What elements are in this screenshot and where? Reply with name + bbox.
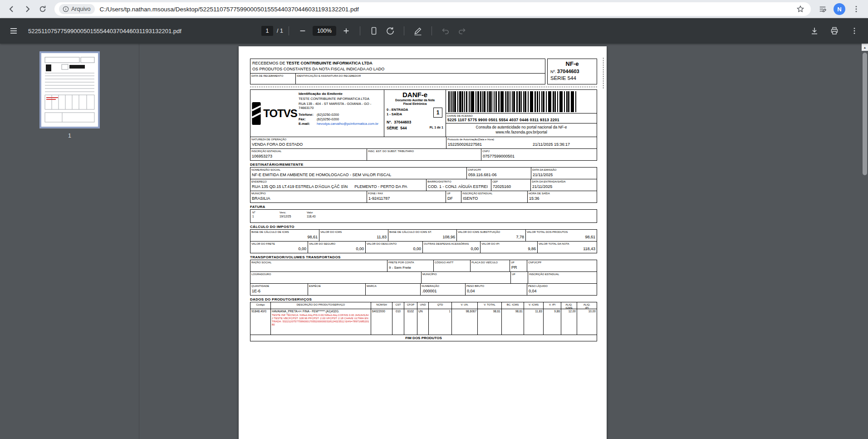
field-value: 0,04 <box>466 288 527 294</box>
back-button[interactable] <box>5 2 19 16</box>
pdf-toolbar: 5225110757759900050155544037044603119313… <box>0 18 868 44</box>
field-value: 118,43 <box>307 214 334 218</box>
section-fatura: FATURA <box>250 205 597 209</box>
field-label: INSCRIÇÃO ESTADUAL <box>528 272 597 276</box>
field-value: 059.116.681-06 <box>467 172 531 178</box>
field-label: UF <box>511 272 528 276</box>
undo-button[interactable] <box>437 23 454 39</box>
profile-avatar[interactable]: N <box>834 3 845 15</box>
zoom-in-button[interactable] <box>338 23 354 39</box>
col-header-cst: CST <box>392 302 404 309</box>
danfe-document: RECEBEMOS DE TESTE CONTRIBUINTE INFORMAT… <box>250 59 597 341</box>
field-label: VALOR DO ICMS SUBSTITUIÇÃO <box>457 230 525 234</box>
pdf-menu-button[interactable] <box>5 23 22 39</box>
scrollbar-thumb[interactable] <box>863 53 867 175</box>
danfe-tipo-box: 1 <box>433 108 442 118</box>
pdf-page: RECEBEMOS DE TESTE CONTRIBUINTE INFORMAT… <box>239 46 607 439</box>
print-button[interactable] <box>826 23 843 39</box>
nfe-number-box: NF-e Nº. 37044603 SÉRIE 544 <box>547 59 597 84</box>
field-label: BASE DE CÁLCULO DE ICMS <box>250 230 319 234</box>
scroll-up-button[interactable]: ▲ <box>862 44 868 51</box>
rotate-button[interactable] <box>382 23 398 39</box>
redo-button[interactable] <box>454 23 470 39</box>
field-identificacao-recebedor: IDENTIFICAÇÃO E ASSINATURA DO RECEBEDOR <box>296 74 545 84</box>
section-destinatario: DESTINATÁRIO/REMETENTE <box>250 163 597 167</box>
transporte-row1: RAZÃO SOCIAL FRETE POR CONTA 9 - Sem Fre… <box>250 260 597 272</box>
produto-info-tecnica: TESTE INF TÉCNICA :%Red.Aliq.PIS 0.00;%R… <box>272 314 370 326</box>
field-label: MARCA <box>366 284 420 288</box>
url-text[interactable]: C:/Users/tp.nathan.msousa/Desktop/522511… <box>99 6 794 13</box>
field-value <box>528 276 597 277</box>
col-header-ncm: NCM/SH <box>371 302 392 309</box>
field-nome-razao: NOME/RAZÃO SOCIAL NF-E EMITIDA EM AMBIEN… <box>250 167 467 179</box>
forward-arrow-icon <box>23 5 32 14</box>
zoom-out-button[interactable] <box>294 23 311 39</box>
pen-icon <box>413 26 422 35</box>
redo-icon <box>457 26 466 35</box>
field-label: VALOR DO IPI <box>481 242 537 246</box>
email-link[interactable]: hevodya.carvalho@pcinformatica.com.br <box>317 122 378 126</box>
side-panel-button[interactable] <box>815 2 830 16</box>
field-value <box>422 276 510 277</box>
field-label: ESPÉCIE <box>308 284 365 288</box>
transporte-row3: QUANTIDADE 1E-6 ESPÉCIE MARCA NUMERAÇÃO … <box>250 283 597 296</box>
produto-qtd: 1 <box>428 309 452 335</box>
danfe-title: DANF-e <box>385 91 445 99</box>
page-thumbnail[interactable] <box>41 53 98 127</box>
field-label: QUANTIDADE <box>250 284 308 288</box>
field-ie-transportador: INSCRIÇÃO ESTADUAL <box>528 271 597 284</box>
recibo-row: RECEBEMOS DE TESTE CONTRIBUINTE INFORMAT… <box>250 59 597 84</box>
field-value: VENDA FORA DO ESTADO <box>250 141 446 147</box>
field-value: 21/11/2025 <box>531 183 597 189</box>
field-label: NOME/RAZÃO SOCIAL <box>250 168 466 172</box>
field-value <box>434 264 470 265</box>
pdf-more-button[interactable] <box>846 23 863 39</box>
field-label: RAZÃO SOCIAL <box>250 260 387 264</box>
fatura-vencimento: Venc. 19/12/25 <box>280 211 307 222</box>
field-valor-icms: VALOR DO ICMS 11,83 <box>319 229 388 242</box>
emitente-endereco: RUA 135 - 404 - ST MARISTA - GOIANIA - G… <box>299 102 383 110</box>
field-natureza-operacao: NATUREZA DE OPERAÇÃO VENDA FORA DO ESTAD… <box>250 137 446 149</box>
field-value: RUA 135 QD.15 LT.419 ESTRELA D'ÁGUA ÇÃČ … <box>250 183 426 189</box>
hamburger-icon <box>9 26 18 35</box>
field-label: MUNICÍPIO <box>422 272 510 276</box>
field-data-recebimento: DATA DE RECEBIMENTO <box>250 74 296 84</box>
bookmark-star-button[interactable] <box>794 3 806 15</box>
download-button[interactable] <box>806 23 823 39</box>
zoom-level[interactable]: 100% <box>313 26 336 36</box>
pdf-viewer: RECEBEMOS DE TESTE CONTRIBUINTE INFORMAT… <box>139 44 862 439</box>
field-label: FRETE POR CONTA <box>387 260 433 264</box>
page-number-input[interactable] <box>261 26 273 36</box>
three-dot-menu-icon <box>850 27 858 35</box>
field-uf-transporte2: UF <box>510 271 528 284</box>
address-bar[interactable]: Arquivo C:/Users/tp.nathan.msousa/Deskto… <box>54 2 811 16</box>
emitente-row: TOTVS Identificação do Emitente TESTE CO… <box>250 89 597 137</box>
thumbnail-panel: 1 <box>0 44 139 439</box>
minus-icon <box>299 27 307 35</box>
field-label: NUMERAÇÃO <box>421 284 465 288</box>
forward-button[interactable] <box>20 2 34 16</box>
annotate-button[interactable] <box>410 23 426 39</box>
cut-line-vertical <box>603 58 603 89</box>
fiscal-row: INSCRIÇÃO ESTADUAL 106953273 INSC. EST. … <box>250 148 597 161</box>
field-marca: MARCA <box>365 283 421 296</box>
field-value: 9,86 <box>481 246 537 252</box>
totvs-logo-text: TOTVS <box>263 107 297 120</box>
field-value: 1-92411787 <box>367 195 446 201</box>
undo-icon <box>441 26 450 35</box>
section-calculo-imposto: CÁLCULO DO IMPOSTO <box>250 225 597 229</box>
produto-vicms: 11,83 <box>524 309 544 335</box>
field-numeracao: NUMERAÇÃO .000001 <box>420 283 466 296</box>
danfe-numero: Nº. 37044603 <box>387 120 445 124</box>
field-label: DATA DA EMISSÃO <box>531 168 597 172</box>
fit-page-button[interactable] <box>366 23 382 39</box>
field-bairro: BAIRRO/DISTRITO COD. 1 - CONJ. AÍGUÍA ES… <box>426 179 491 191</box>
fim-dos-produtos: FIM DOS PRODUTOS <box>250 335 597 341</box>
site-info-chip[interactable]: Arquivo <box>59 4 95 14</box>
col-header-descricao: DESCRIÇÃO DO PRODUTO/SERVIÇO <box>270 302 371 309</box>
reload-button[interactable] <box>35 2 50 16</box>
natureza-row: NATUREZA DE OPERAÇÃO VENDA FORA DO ESTAD… <box>250 137 597 149</box>
fatura-box: Nº 1 Venc. 19/12/25 Valor 118,43 <box>250 209 597 223</box>
field-bc-icms: BASE DE CÁLCULO DE ICMS 98,61 <box>250 229 319 242</box>
browser-menu-button[interactable] <box>849 2 863 16</box>
